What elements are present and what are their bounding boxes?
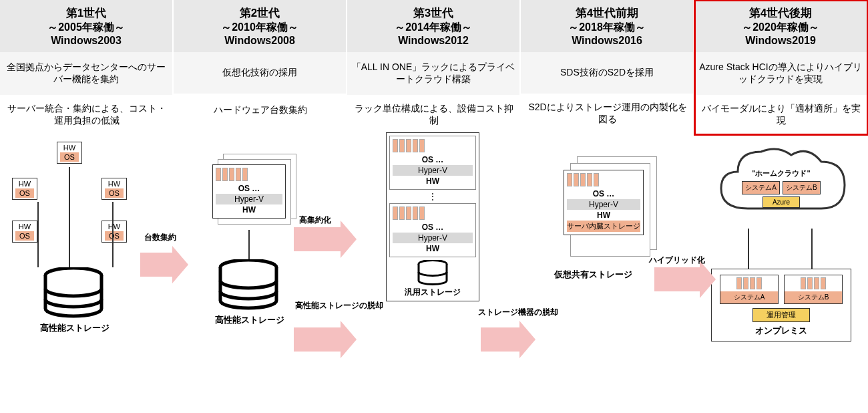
gen1-os: Windows2003	[3, 35, 170, 47]
arrow-storage-remove: ストレージ機器の脱却	[481, 327, 521, 352]
server-rack: OS … Hyper-V HW サーバ内臓ストレージ	[564, 170, 644, 235]
system-b-badge: システムB	[783, 181, 821, 194]
gen1-year: ～2005年稼働～	[3, 21, 170, 35]
cloud-title: "ホームクラウド"	[724, 168, 838, 178]
connector-line	[37, 245, 39, 267]
vm-bars-icon	[567, 173, 640, 186]
gen2-desc2: ハードウェア台数集約	[174, 94, 347, 127]
gen3-desc1: 「ALL IN ONE」ラックによるプライベートクラウド構築	[347, 52, 521, 95]
cloud-icon: "ホームクラウド" システムAシステムB Azure	[714, 142, 848, 229]
onprem-box: システムA システムB 運用管理 オンプレミス	[711, 269, 851, 341]
connector-line	[748, 229, 749, 269]
connector-line	[248, 230, 250, 262]
connector-line	[811, 229, 813, 269]
gen4b-desc2: バイモーダルにより「適材適所」を実現	[694, 95, 868, 135]
gen1-column: 第1世代 ～2005年稼働～ Windows2003 全国拠点からデータセンター…	[0, 0, 174, 135]
azure-badge: Azure	[763, 196, 800, 208]
vm-bars-icon	[785, 275, 842, 291]
gen2-column: 第2世代 ～2010年稼働～ Windows2008 仮想化技術の採用 ハードウ…	[174, 0, 347, 135]
gen1-desc2: サーバー統合・集約による、コスト・運用負担の低減	[0, 95, 174, 135]
vm-bars-icon	[393, 206, 473, 220]
connector-line	[69, 167, 70, 267]
storage-cylinder-icon: 高性能ストレージ	[40, 267, 110, 334]
gen2-desc1: 仮想化技術の採用	[174, 52, 347, 94]
gen3-header: 第3世代 ～2014年稼働～ Windows2012	[347, 0, 521, 52]
gen1-desc1: 全国拠点からデータセンターへのサーバー機能を集約	[0, 52, 174, 95]
gen2-diagram: OS … Hyper-V HW 高性能ストレージ	[174, 127, 347, 135]
hwos-box: HWOS	[101, 178, 127, 200]
gen4b-header: 第4世代後期 ～2020年稼働～ Windows2019	[694, 0, 868, 52]
storage-label: 仮想共有ストレージ	[554, 269, 632, 281]
gen2-header: 第2世代 ～2010年稼働～ Windows2008	[174, 0, 347, 52]
vm-bars-icon	[216, 168, 282, 181]
connector-line	[112, 245, 114, 267]
gen3-column: 第3世代 ～2014年稼働～ Windows2012 「ALL IN ONE」ラ…	[347, 0, 521, 135]
hwos-box: HWOS	[12, 221, 37, 243]
arrow-consolidate: 台数集約	[140, 253, 174, 277]
rack-enclosure: OS … Hyper-V HW ⋮ OS … Hyper-V HW 汎用ストレー…	[386, 132, 479, 301]
arrow-hybrid: ハイブリッド化	[654, 267, 701, 291]
arrow-storage-shift: 高性能ストレージの脱却	[294, 327, 342, 352]
onprem-server: システムB	[784, 275, 843, 304]
onprem-server: システムA	[720, 275, 779, 304]
onprem-label: オンプレミス	[717, 325, 845, 337]
storage-label: 高性能ストレージ	[215, 314, 284, 326]
vm-bars-icon	[393, 139, 473, 152]
generation-columns: 第1世代 ～2005年稼働～ Windows2003 全国拠点からデータセンター…	[0, 0, 868, 135]
gen4b-column: 第4世代後期 ～2020年稼働～ Windows2019 Azure Stack…	[694, 0, 868, 135]
arrow-high-consol: 高集約化	[294, 227, 342, 251]
storage-cylinder-icon: 高性能ストレージ	[215, 259, 284, 326]
mgmt-badge: 運用管理	[752, 308, 810, 322]
storage-label: 高性能ストレージ	[40, 322, 110, 334]
server-rack: OS … Hyper-V HW	[212, 164, 286, 219]
gen1-title: 第1世代	[3, 5, 170, 21]
hwos-box: HWOS	[12, 178, 37, 200]
gen4a-column: 第4世代前期 ～2018年稼働～ Windows2016 SDS技術のS2Dを採…	[521, 0, 694, 135]
cloud-content: "ホームクラウド" システムAシステムB Azure	[724, 168, 838, 208]
vm-bars-icon	[720, 275, 778, 291]
gen4a-desc2: S2Dによりストレージ運用の内製化を図る	[521, 94, 694, 134]
hwos-box: HWOS	[101, 221, 127, 243]
server-rack: OS … Hyper-V HW	[389, 136, 476, 190]
gen4a-desc1: SDS技術のS2Dを採用	[521, 52, 694, 94]
gen1-header: 第1世代 ～2005年稼働～ Windows2003	[0, 0, 174, 52]
server-rack: OS … Hyper-V HW	[389, 203, 476, 257]
gen3-desc2: ラック単位構成による、設備コスト抑制	[347, 95, 521, 135]
gen4a-header: 第4世代前期 ～2018年稼働～ Windows2016	[521, 0, 694, 52]
system-a-badge: システムA	[742, 181, 780, 194]
storage-label: 汎用ストレージ	[389, 287, 476, 298]
hwos-box: HWOS	[57, 142, 82, 164]
gen4a-diagram: OS … Hyper-V HW サーバ内臓ストレージ 仮想共有ストレージ	[521, 134, 694, 135]
gen4b-desc1: Azure Stack HCIの導入によりハイブリッドクラウドを実現	[694, 52, 868, 95]
